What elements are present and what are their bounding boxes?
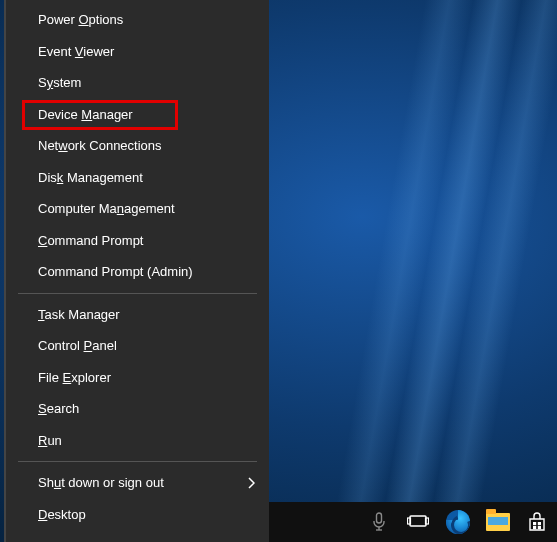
menu-item-label: Control Panel [38, 338, 117, 353]
svg-rect-7 [538, 526, 541, 529]
menu-item-system[interactable]: System [6, 67, 269, 99]
menu-item-label: Task Manager [38, 307, 120, 322]
menu-item-label: File Explorer [38, 370, 111, 385]
menu-item-run[interactable]: Run [6, 425, 269, 457]
taskbar [269, 502, 557, 542]
menu-separator [18, 461, 257, 462]
menu-item-label: Command Prompt (Admin) [38, 264, 193, 279]
menu-item-label: Shut down or sign out [38, 475, 164, 490]
store-button[interactable] [517, 502, 557, 542]
menu-item-desktop[interactable]: Desktop [6, 499, 269, 531]
menu-item-event-viewer[interactable]: Event Viewer [6, 36, 269, 68]
menu-item-computer-management[interactable]: Computer Management [6, 193, 269, 225]
svg-rect-5 [538, 522, 541, 525]
menu-item-device-manager[interactable]: Device Manager [6, 99, 269, 131]
menu-item-label: Network Connections [38, 138, 162, 153]
cortana-button[interactable] [359, 502, 399, 542]
menu-item-label: Command Prompt [38, 233, 143, 248]
menu-item-label: Computer Management [38, 201, 175, 216]
winx-context-menu: Power OptionsEvent ViewerSystemDevice Ma… [4, 0, 269, 542]
svg-rect-2 [408, 518, 411, 524]
menu-item-command-prompt-admin[interactable]: Command Prompt (Admin) [6, 256, 269, 288]
menu-item-label: Search [38, 401, 79, 416]
svg-rect-0 [376, 513, 381, 523]
task-view-button[interactable] [399, 502, 439, 542]
menu-item-label: Disk Management [38, 170, 143, 185]
menu-item-label: Device Manager [38, 107, 133, 122]
folder-icon [486, 513, 510, 531]
svg-rect-3 [426, 518, 429, 524]
svg-rect-6 [533, 526, 536, 529]
chevron-right-icon [247, 477, 255, 489]
menu-separator [18, 293, 257, 294]
menu-item-search[interactable]: Search [6, 393, 269, 425]
menu-item-command-prompt[interactable]: Command Prompt [6, 225, 269, 257]
task-view-icon [407, 514, 429, 530]
menu-item-disk-management[interactable]: Disk Management [6, 162, 269, 194]
svg-rect-1 [410, 516, 426, 526]
menu-item-shut-down-or-sign-out[interactable]: Shut down or sign out [6, 467, 269, 499]
svg-rect-4 [533, 522, 536, 525]
menu-item-file-explorer[interactable]: File Explorer [6, 362, 269, 394]
menu-item-control-panel[interactable]: Control Panel [6, 330, 269, 362]
menu-item-label: Desktop [38, 507, 86, 522]
edge-button[interactable] [438, 502, 478, 542]
menu-item-label: System [38, 75, 81, 90]
microphone-icon [372, 512, 386, 532]
store-icon [526, 511, 548, 533]
menu-item-network-connections[interactable]: Network Connections [6, 130, 269, 162]
menu-item-label: Power Options [38, 12, 123, 27]
file-explorer-button[interactable] [478, 502, 518, 542]
menu-item-power-options[interactable]: Power Options [6, 4, 269, 36]
edge-icon [446, 510, 470, 534]
menu-item-task-manager[interactable]: Task Manager [6, 299, 269, 331]
menu-item-label: Event Viewer [38, 44, 114, 59]
menu-item-label: Run [38, 433, 62, 448]
